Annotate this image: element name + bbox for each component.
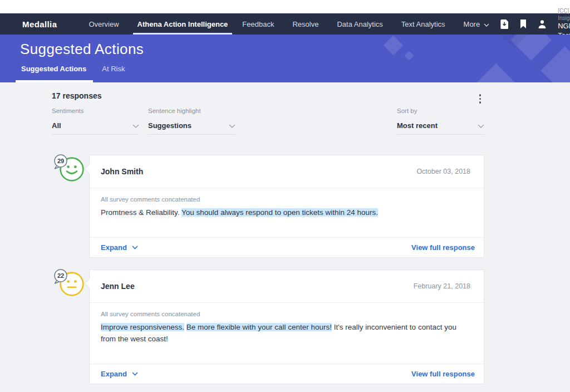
filters-row: Sentiments All Sentence highlight Sugges…	[52, 107, 484, 135]
svg-text:29: 29	[57, 158, 64, 164]
response-card: 29 John Smith October 03, 2018 All surve…	[89, 155, 484, 258]
response-count: 17 responses	[52, 91, 484, 100]
filter-label: Sort by	[397, 107, 484, 114]
svg-text:22: 22	[57, 272, 64, 279]
filter-value: Suggestions	[148, 121, 191, 130]
comment-text: Promtness & Reliability. You should alwa…	[101, 207, 473, 219]
score-badge: 22	[52, 268, 69, 287]
filter-select[interactable]: Suggestions	[148, 120, 235, 135]
expand-button[interactable]: Expand	[101, 370, 138, 378]
sentiment-avatar: 29	[54, 155, 86, 188]
nav-item-overview[interactable]: Overview	[81, 13, 130, 35]
card-footer: Expand View full response	[90, 237, 484, 257]
page-header: Suggested Actions Suggested ActionsAt Ri…	[0, 35, 570, 82]
filter-sentiments: Sentiments All	[52, 107, 139, 135]
card-header: John Smith October 03, 2018	[90, 155, 484, 188]
nav-item-feedback[interactable]: Feedback	[235, 13, 285, 35]
chevron-down-icon	[478, 120, 484, 130]
filter-label: Sentence highlight	[148, 107, 235, 114]
comment-field-label: All survey comments concatenated	[101, 311, 473, 317]
nav-item-resolve[interactable]: Resolve	[285, 13, 330, 35]
nav-item-data-analytics[interactable]: Data Analytics	[330, 13, 394, 35]
respondent-name: Jenn Lee	[101, 282, 135, 291]
page-tabs: Suggested ActionsAt Risk	[21, 65, 570, 73]
tab-suggested-actions[interactable]: Suggested Actions	[21, 65, 86, 73]
filter-value: All	[52, 121, 61, 130]
response-date: February 21, 2018	[414, 282, 470, 290]
filter-select[interactable]: All	[52, 120, 139, 135]
nav-item-text-analytics[interactable]: Text Analytics	[394, 13, 456, 35]
view-full-response-link[interactable]: View full response	[411, 243, 475, 252]
highlighted-sentence: You should always respond to open ticket…	[181, 208, 378, 217]
comment-field-label: All survey comments concatenated	[101, 196, 473, 203]
top-navbar: Medallia Overview Athena Action Intellig…	[0, 13, 570, 35]
user-org: [CC] Insights	[558, 8, 570, 22]
highlighted-sentence: Be more flexible with your call center h…	[186, 323, 332, 331]
chevron-down-icon	[484, 20, 489, 28]
response-date: October 03, 2018	[416, 168, 470, 175]
filter-label: Sentiments	[52, 107, 139, 114]
content-area: 17 responses Sentiments All Sentence hig…	[0, 82, 570, 392]
browser-top-strip	[0, 0, 570, 13]
card-footer: Expand View full response	[90, 364, 484, 384]
filter-sort-by: Sort by Most recent	[397, 107, 484, 135]
kebab-menu-icon[interactable]	[478, 92, 483, 105]
response-list: 29 John Smith October 03, 2018 All surve…	[89, 155, 484, 384]
sentiment-avatar: 22	[54, 270, 86, 302]
highlighted-sentence: Improve responsiveness.	[101, 323, 184, 331]
page-title: Suggested Actions	[20, 35, 570, 58]
card-body: All survey comments concatenated Improve…	[90, 303, 484, 364]
expand-button[interactable]: Expand	[101, 243, 138, 252]
response-card: 22 Jenn Lee February 21, 2018 All survey…	[89, 270, 484, 384]
filter-select[interactable]: Most recent	[397, 120, 484, 135]
medallia-logo[interactable]: Medallia	[22, 13, 57, 35]
nav-item-athena-action-intelligence[interactable]: Athena Action Intelligence	[130, 13, 235, 35]
comment-text: Improve responsiveness. Be more flexible…	[101, 321, 473, 345]
score-badge: 29	[52, 154, 69, 173]
filter-sentence-highlight: Sentence highlight Suggestions	[148, 107, 235, 135]
chevron-down-icon	[132, 120, 139, 130]
navbar-actions: [CC] Insights NGR Tester	[500, 13, 570, 35]
nav-item-more[interactable]: More	[456, 13, 501, 35]
filter-value: Most recent	[397, 121, 438, 130]
tab-at-risk[interactable]: At Risk	[102, 65, 125, 73]
respondent-name: John Smith	[101, 167, 143, 176]
bookmark-icon[interactable]	[520, 19, 527, 28]
export-icon[interactable]	[500, 19, 509, 29]
comment-fragment: Promtness & Reliability.	[101, 208, 181, 217]
primary-nav: Overview Athena Action Intelligence Feed…	[81, 13, 500, 35]
card-header: Jenn Lee February 21, 2018	[90, 270, 484, 303]
card-body: All survey comments concatenated Promtne…	[90, 188, 484, 237]
view-full-response-link[interactable]: View full response	[411, 370, 475, 378]
user-icon[interactable]	[538, 19, 547, 28]
chevron-down-icon	[229, 120, 235, 130]
